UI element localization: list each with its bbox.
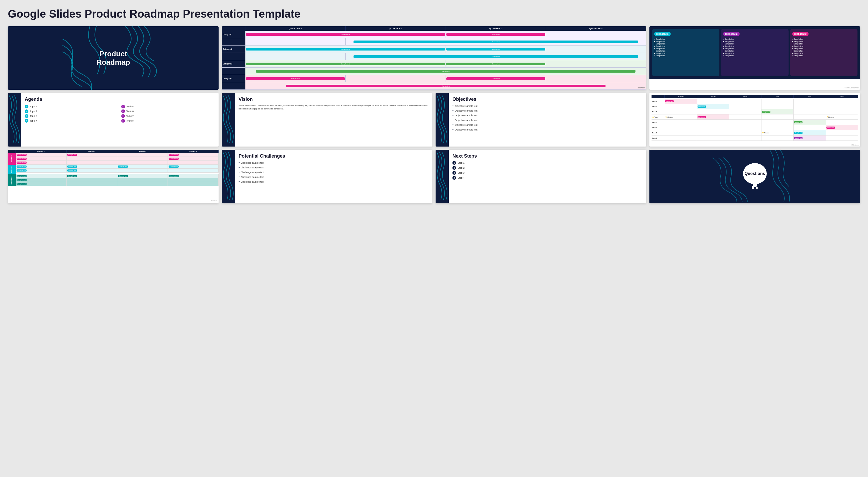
highlight-card-2: Highlight 2 Sample text Sample text Samp… [721,29,788,76]
objectives-title: Objectives [453,96,643,102]
ms-task-1: Task 1 Sample text [652,99,858,104]
objectives-content: Objectives Objective sample text Objecti… [449,93,646,147]
nextsteps-sidebar [436,150,449,203]
slide-gantt[interactable]: QUARTER 1 QUARTER 2 QUARTER 3 QUARTER 4 … [222,26,646,90]
slide-agenda[interactable]: Agenda 1 Topic 1 5 Topic 5 2 Topic 2 [8,93,219,147]
gantt-label-cat1b [222,38,245,45]
slide-challenges[interactable]: Potential Challenges Challenge sample te… [222,150,432,203]
slide-highlights[interactable]: Highlight 1 Sample text Sample text Samp… [649,26,860,90]
gantt-row-cat2b: Sample text [222,53,646,60]
page-title: Google Slides Product Roadmap Presentati… [8,8,860,20]
obj-item-1: Objective sample text [453,104,643,108]
agenda-content: Agenda 1 Topic 1 5 Topic 5 2 Topic 2 [21,93,219,147]
highlight-card-1: Highlight 1 Sample text Sample text Samp… [652,29,719,76]
vision-sidebar [222,93,235,147]
gantt-label-cat1: Category 1 [222,31,245,38]
highlight-1-title: Highlight 1 [654,32,671,36]
agenda-item-5: 5 Topic 5 [121,105,215,109]
slide-questions[interactable]: Questions [649,150,860,203]
obj-item-2: Objective sample text [453,109,643,113]
gantt-label-cat3b [222,68,245,75]
slide-grid: .wave { fill: none; stroke: #00bcd4; str… [8,26,860,203]
gantt-label-cat3d [222,82,245,89]
ms-month-4: April [762,95,794,98]
ms-task-6: Task 6 Sample text [652,125,858,130]
ms-task-2: Task 2 Sample text [652,104,858,109]
gantt-row-cat3: Category 3 Sample text Sample text [222,60,646,68]
agenda-sidebar [8,93,21,147]
quarter-1-header: QUARTER 1 [245,26,346,31]
ms-task-8: Task 8 Sample text [652,136,858,141]
slide-objectives[interactable]: Objectives Objective sample text Objecti… [436,93,646,147]
slide-milestones[interactable]: January February March April May June Ta… [649,93,860,147]
gantt-row-cat3c: Category 3 Sample text Sample text [222,75,646,82]
quarter-4-header: QUARTER 4 [546,26,646,31]
ms-month-3: March [729,95,762,98]
highlight-3-title: Highlight 3 [792,32,809,36]
vision-text: Vision sample text. Lorem ipsum dolor si… [239,104,429,111]
slide-cover[interactable]: .wave { fill: none; stroke: #00bcd4; str… [8,26,219,90]
ms-month-5: May [794,95,826,98]
nextsteps-content: Next Steps 1 Step 1 2 Step 2 3 Step 3 4 … [449,150,646,203]
rel-col-2: Release 2 [66,150,117,153]
ns-item-1: 1 Step 1 [453,161,643,165]
challenges-title: Potential Challenges [239,153,429,159]
rel-section-promotions: Promotions Sample text Sample text Sampl… [8,174,219,186]
highlight-2-title: Highlight 2 [723,32,740,36]
obj-item-6: Objective sample text [453,128,643,131]
agenda-item-4: 4 Topic 4 [25,119,119,123]
challenges-content: Potential Challenges Challenge sample te… [235,150,432,203]
vision-title: Vision [239,96,429,102]
ns-item-2: 2 Step 2 [453,166,643,170]
ms-task-7: Task 7 ★ Milestone Sample text [652,130,858,136]
gantt-row-cat1: Category 1 Sample text Sample text [222,31,646,38]
quarter-2-header: QUARTER 2 [346,26,446,31]
agenda-item-2: 2 Topic 2 [25,110,119,113]
agenda-title: Agenda [25,96,215,102]
cover-title: Product Roadmap [96,50,130,66]
questions-bubble: Questions [743,163,767,184]
milestones-watermark: Milestones [851,144,859,146]
obj-item-4: Objective sample text [453,118,643,122]
agenda-grid: 1 Topic 1 5 Topic 5 2 Topic 2 6 Topic 6 [25,105,215,123]
ch-item-3: Challenge sample text [239,171,429,174]
ms-task-3: Task 3 Sample text [652,109,858,115]
rel-section-features: Features Sample text Sample text Sample … [8,153,219,165]
gantt-label-cat3: Category 3 [222,60,245,67]
agenda-item-8: 8 Topic 8 [121,119,215,123]
rel-col-3: Release 3 [117,150,168,153]
agenda-item-3: 3 Topic 3 [25,114,119,118]
gantt-label-cat2: Category 2 [222,46,245,53]
milestones-header: January February March April May June [652,95,858,98]
slide-releases[interactable]: Release 1 Release 2 Release 3 Release 4 … [8,150,219,203]
rel-col-1: Release 1 [16,150,66,153]
highlight-card-3: Highlight 3 Sample text Sample text Samp… [790,29,858,76]
agenda-item-6: 6 Topic 6 [121,110,215,113]
ch-item-2: Challenge sample text [239,166,429,170]
ms-month-1: January [665,95,697,98]
ms-task-5: Task 5 Sample text [652,120,858,125]
agenda-item-7: 7 Topic 7 [121,114,215,118]
gantt-row-cat1b: Sample text [222,38,646,46]
vision-content: Vision Vision sample text. Lorem ipsum d… [235,93,432,147]
gantt-row-cat2: Category 2 Sample text Sample text [222,46,646,53]
gantt-watermark: Roadmap [637,87,645,89]
releases-watermark: Releases [211,200,217,202]
gantt-header: QUARTER 1 QUARTER 2 QUARTER 3 QUARTER 4 [222,26,646,31]
releases-header: Release 1 Release 2 Release 3 Release 4 [8,150,219,153]
ns-item-4: 4 Step 4 [453,176,643,180]
slide-nextsteps[interactable]: Next Steps 1 Step 1 2 Step 2 3 Step 3 4 … [436,150,646,203]
gantt-label-cat2b [222,53,245,60]
agenda-item-1: 1 Topic 1 [25,105,119,109]
gantt-label-cat3c: Category 3 [222,75,245,82]
objectives-sidebar [436,93,449,147]
rel-col-4: Release 4 [168,150,219,153]
questions-text: Questions [744,171,765,176]
gantt-row-cat3b: Sample text [222,68,646,75]
ch-item-1: Challenge sample text [239,161,429,165]
ns-item-3: 3 Step 3 [453,171,643,175]
slide-vision[interactable]: Vision Vision sample text. Lorem ipsum d… [222,93,432,147]
obj-item-5: Objective sample text [453,123,643,127]
challenges-sidebar [222,150,235,203]
nextsteps-title: Next Steps [453,153,643,159]
